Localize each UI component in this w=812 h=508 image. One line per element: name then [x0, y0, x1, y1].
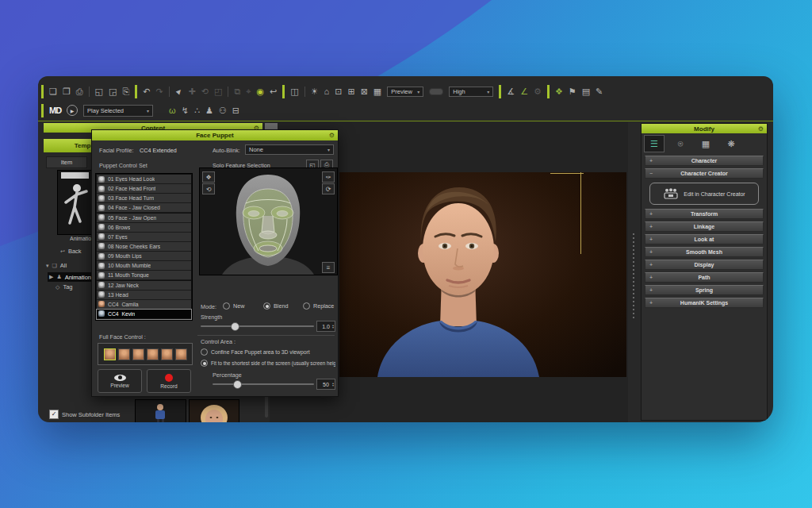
- dock-window-icon[interactable]: ◫: [290, 87, 298, 96]
- control-set-item[interactable]: 10 Mouth Mumble: [97, 261, 191, 271]
- export-icon[interactable]: ◲: [109, 87, 117, 96]
- control-set-item[interactable]: 09 Mouth Lips: [97, 252, 191, 261]
- grid-doc-icon[interactable]: ⊟: [232, 106, 239, 115]
- edit-motion-icon[interactable]: ∡: [507, 87, 515, 96]
- frame-object-icon[interactable]: ⊡: [335, 87, 342, 96]
- section-character[interactable]: +Character: [645, 156, 764, 166]
- undo-icon[interactable]: ↶: [143, 87, 150, 96]
- percentage-slider[interactable]: [213, 383, 314, 385]
- reset-transform-icon[interactable]: ↩: [270, 87, 277, 96]
- spinner-arrows-icon[interactable]: ▴▾: [332, 324, 334, 329]
- list-menu-icon[interactable]: ≡: [322, 262, 335, 273]
- face-expression-thumb[interactable]: [132, 348, 144, 360]
- pick-parent-icon[interactable]: ⌖: [246, 87, 251, 96]
- auto-blink-dropdown[interactable]: None ▾: [245, 144, 334, 155]
- tree-item-tag[interactable]: ◇ Tag: [56, 283, 72, 291]
- modify-tab-animation[interactable]: ☰: [644, 135, 665, 152]
- face-expression-thumb[interactable]: [175, 348, 187, 360]
- gear-icon[interactable]: ⚙: [329, 132, 335, 139]
- flag-icon[interactable]: ⚑: [569, 87, 576, 96]
- tree-item-animation[interactable]: ▶ ♟ Animation: [48, 272, 93, 282]
- rotate-tool-icon[interactable]: ⟲: [201, 87, 209, 96]
- control-set-item[interactable]: 02 Face Head Front: [97, 184, 191, 194]
- 3d-viewport[interactable]: [339, 172, 626, 377]
- gamepad-icon[interactable]: ω: [169, 106, 176, 115]
- panel-splitter[interactable]: [628, 122, 639, 422]
- section-path[interactable]: +Path: [645, 272, 764, 283]
- edit-pose-icon[interactable]: ∠: [520, 87, 528, 96]
- control-set-item[interactable]: 06 Brows: [97, 223, 191, 233]
- section-spring[interactable]: +Spring: [645, 285, 764, 295]
- import-icon[interactable]: ◱: [95, 87, 103, 96]
- frame-all-icon[interactable]: ⊞: [347, 87, 354, 96]
- face-expression-thumb[interactable]: [161, 348, 173, 360]
- content-item-thumbnail[interactable]: [135, 399, 186, 422]
- face-puppet-titlebar[interactable]: Face Puppet ⚙: [92, 130, 338, 140]
- scale-tool-icon[interactable]: ◰: [214, 87, 222, 96]
- control-set-item[interactable]: 05 Face - Jaw Open: [97, 214, 191, 223]
- control-set-item[interactable]: 11 Mouth Tongue: [97, 271, 191, 280]
- open-project-icon[interactable]: ❐: [63, 87, 71, 96]
- export-usd-icon[interactable]: ⎘: [122, 87, 129, 96]
- section-linkage[interactable]: +Linkage: [645, 221, 764, 232]
- actor-tool-icon[interactable]: ❖: [555, 87, 563, 96]
- control-set-item[interactable]: 03 Face Head Turn: [97, 194, 191, 203]
- link-tool-icon[interactable]: ⧉: [234, 87, 240, 96]
- area-option-confine[interactable]: Confine Face Puppet area to 3D viewport: [201, 348, 335, 356]
- strength-slider-thumb[interactable]: [231, 322, 239, 331]
- sync-icon[interactable]: ⟳: [322, 183, 335, 194]
- control-set-item[interactable]: CC4_Camila: [97, 300, 191, 310]
- section-look-at[interactable]: +Look at: [645, 234, 764, 244]
- section-character-creator[interactable]: −Character Creator: [645, 168, 764, 179]
- mode-radio-blend[interactable]: Blend: [263, 302, 288, 310]
- face-expression-thumb[interactable]: [104, 348, 116, 360]
- record-button[interactable]: Record: [147, 369, 191, 393]
- move-tool-icon[interactable]: ✚: [189, 87, 196, 96]
- quality-toggle[interactable]: [429, 88, 443, 95]
- gear-tool-icon[interactable]: ⚙: [534, 87, 542, 96]
- tree-item-all[interactable]: ▾ ❏ All: [46, 262, 67, 269]
- mask-toggle-icon[interactable]: ❖: [202, 171, 215, 183]
- play-selected-dropdown[interactable]: Play Selected ▾: [83, 105, 153, 117]
- spinner-arrows-icon[interactable]: ▴▾: [332, 382, 334, 387]
- control-set-item[interactable]: 04 Face - Jaw Closed: [97, 203, 191, 213]
- modify-tab-material[interactable]: ❋: [722, 136, 741, 152]
- content-item-thumbnail[interactable]: [189, 399, 239, 422]
- frame-selected-icon[interactable]: ⊠: [361, 87, 368, 96]
- strength-spinner[interactable]: 1.0 ▴▾: [316, 321, 335, 332]
- preview-button[interactable]: Preview: [98, 369, 142, 393]
- light-icon[interactable]: ☀: [311, 87, 319, 96]
- back-button[interactable]: ↩ Back: [60, 248, 82, 255]
- brush-icon[interactable]: ✑: [322, 171, 335, 183]
- control-set-item[interactable]: 07 Eyes: [97, 233, 191, 242]
- visibility-eye-icon[interactable]: ◉: [256, 87, 264, 96]
- section-display[interactable]: +Display: [645, 260, 764, 270]
- new-file-icon[interactable]: ❏: [49, 87, 57, 96]
- render-preview-dropdown[interactable]: Preview ▾: [387, 87, 423, 97]
- save-project-icon[interactable]: ⎙: [76, 87, 83, 96]
- percentage-slider-thumb[interactable]: [233, 380, 242, 389]
- face-expression-thumb[interactable]: [147, 348, 159, 360]
- section-transform[interactable]: +Transform: [645, 209, 764, 219]
- section-humanik-settings[interactable]: +HumanIK Settings: [645, 298, 764, 308]
- gear-icon[interactable]: ⚙: [758, 125, 764, 133]
- content-thumbnail[interactable]: [57, 170, 93, 235]
- mode-radio-new[interactable]: New: [223, 302, 244, 310]
- modify-tab-pose[interactable]: ⌾: [671, 136, 690, 152]
- percentage-spinner[interactable]: 50 ▴▾: [316, 379, 335, 390]
- item-column-header[interactable]: Item: [46, 156, 87, 168]
- control-set-item[interactable]: 12 Jaw Neck: [97, 281, 191, 291]
- modify-titlebar[interactable]: Modify ⚙: [642, 124, 767, 133]
- edit-pen-icon[interactable]: ✎: [596, 87, 603, 96]
- mode-radio-replace[interactable]: Replace: [303, 302, 334, 310]
- motion-path-icon[interactable]: ↯: [182, 106, 189, 115]
- strength-slider[interactable]: [201, 325, 314, 327]
- reset-view-icon[interactable]: ⟲: [202, 183, 215, 194]
- area-option-fit[interactable]: Fit to the shortest side of the screen (…: [201, 360, 335, 367]
- control-set-item[interactable]: 13 Head: [97, 291, 191, 300]
- control-set-item[interactable]: 08 Nose Cheeks Ears: [97, 242, 191, 252]
- constraint-dots-icon[interactable]: ∴: [194, 106, 200, 115]
- expander-icon[interactable]: ▶: [49, 274, 53, 280]
- play-icon[interactable]: ▶: [67, 105, 78, 116]
- camera-view-icon[interactable]: ▦: [373, 87, 381, 96]
